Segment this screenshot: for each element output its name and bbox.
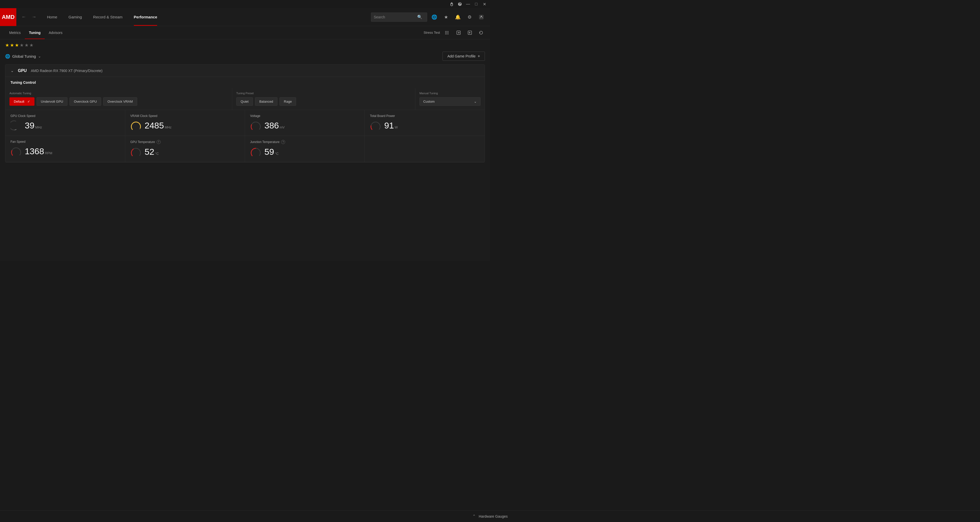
fan-speed-number: 1368RPM xyxy=(25,147,52,155)
tuning-options-row: Automatic Tuning Default ✓ Undervolt GPU… xyxy=(5,88,485,110)
gpu-clock-label: GPU Clock Speed xyxy=(11,114,120,118)
vram-clock-gauge xyxy=(130,120,142,131)
voltage-number: 386mV xyxy=(264,121,285,130)
global-tuning-selector[interactable]: 🌐 Global Tuning ⌄ xyxy=(5,54,41,59)
automatic-tuning-block: Automatic Tuning Default ✓ Undervolt GPU… xyxy=(5,88,232,110)
star-3: ★ xyxy=(15,43,19,48)
metric-fan-speed: Fan Speed 1368RPM xyxy=(5,136,125,162)
global-tuning-label: Global Tuning xyxy=(12,54,36,59)
junction-temp-value-row: 59°C xyxy=(250,146,360,157)
tuning-control-title: Tuning Control xyxy=(11,81,479,84)
gpu-temp-label: GPU Temperature ? xyxy=(130,140,240,144)
maximize-button[interactable]: □ xyxy=(473,0,480,8)
btn-rage[interactable]: Rage xyxy=(280,97,296,106)
nav-record-stream[interactable]: Record & Stream xyxy=(88,8,128,26)
btn-undervolt[interactable]: Undervolt GPU xyxy=(37,97,67,106)
back-button[interactable]: ← xyxy=(20,13,28,21)
btn-quiet[interactable]: Quiet xyxy=(236,97,253,106)
refresh-icon[interactable] xyxy=(477,29,485,36)
gpu-chevron-icon[interactable]: ⌄ xyxy=(11,68,14,73)
junction-temp-number: 59°C xyxy=(264,148,278,156)
svg-point-1 xyxy=(481,16,482,17)
sub-nav: Metrics Tuning Advisors Stress Test xyxy=(0,26,490,39)
metric-vram-clock: VRAM Clock Speed 2485MHz xyxy=(125,110,245,136)
gpu-temp-info-icon[interactable]: ? xyxy=(157,140,161,144)
board-power-gauge xyxy=(370,120,381,131)
preset-label: Tuning Preset xyxy=(236,92,411,95)
bell-icon[interactable]: 🔔 xyxy=(453,13,462,22)
star-6: ★ xyxy=(29,43,33,48)
board-power-number: 91W xyxy=(384,121,398,130)
star-4: ★ xyxy=(20,43,24,48)
tab-tuning[interactable]: Tuning xyxy=(25,26,45,39)
metrics-row-1: GPU Clock Speed 39MHz xyxy=(5,110,485,136)
add-game-profile-button[interactable]: Add Game Profile + xyxy=(442,52,485,61)
svg-point-4 xyxy=(448,32,449,33)
close-button[interactable]: ✕ xyxy=(481,0,488,8)
vram-clock-value-row: 2485MHz xyxy=(130,120,240,131)
star-icon[interactable]: ★ xyxy=(441,13,451,22)
svg-point-7 xyxy=(448,33,449,34)
gpu-temp-value-row: 52°C xyxy=(130,146,240,157)
board-power-value-row: 91W xyxy=(370,120,479,131)
import-icon[interactable] xyxy=(455,29,462,36)
tuning-preset-block: Tuning Preset Quiet Balanced Rage xyxy=(232,88,415,110)
logo[interactable]: AMD xyxy=(0,8,16,26)
add-game-plus-icon: + xyxy=(478,54,480,59)
stress-test-label: Stress Test xyxy=(423,31,440,35)
dropdown-chevron-icon: ⌄ xyxy=(474,100,477,103)
metric-board-power: Total Board Power 91W xyxy=(365,110,485,136)
forward-button[interactable]: → xyxy=(30,13,38,21)
metric-junction-temp: Junction Temperature ? 59°C xyxy=(245,136,365,162)
profile-icon[interactable] xyxy=(477,13,486,22)
search-box[interactable]: 🔍 xyxy=(371,13,427,22)
help-icon[interactable] xyxy=(456,0,463,8)
gpu-label: GPU xyxy=(18,68,27,73)
board-power-label: Total Board Power xyxy=(370,114,479,118)
nav-arrows: ← → xyxy=(16,13,41,21)
dots-icon[interactable] xyxy=(444,29,451,36)
gpu-clock-gauge xyxy=(11,120,22,131)
gpu-clock-value-row: 39MHz xyxy=(11,120,120,131)
manual-tuning-block: Manual Tuning Custom ⌄ xyxy=(415,88,485,110)
svg-point-2 xyxy=(445,32,446,33)
metric-gpu-clock: GPU Clock Speed 39MHz xyxy=(5,110,125,136)
metrics-row-2: Fan Speed 1368RPM xyxy=(5,136,485,162)
nav-gaming[interactable]: Gaming xyxy=(63,8,88,26)
svg-point-10 xyxy=(448,31,449,32)
title-bar: — □ ✕ xyxy=(0,0,490,8)
junction-temp-info-icon[interactable]: ? xyxy=(281,140,285,144)
star-5: ★ xyxy=(24,43,29,48)
tuning-dropdown-arrow: ⌄ xyxy=(38,54,41,58)
export-icon[interactable] xyxy=(466,29,474,36)
logo-text: AMD xyxy=(2,14,14,21)
custom-dropdown[interactable]: Custom ⌄ xyxy=(420,97,480,106)
fan-speed-value-row: 1368RPM xyxy=(11,146,120,157)
bug-icon[interactable] xyxy=(448,0,455,8)
search-icon: 🔍 xyxy=(417,14,422,19)
tab-advisors[interactable]: Advisors xyxy=(45,26,67,39)
main-nav: Home Gaming Record & Stream Performance xyxy=(41,8,163,26)
gpu-header: ⌄ GPU AMD Radeon RX 7900 XT (Primary/Dis… xyxy=(5,65,485,77)
fan-speed-gauge xyxy=(11,146,22,157)
gear-icon[interactable]: ⚙ xyxy=(465,13,474,22)
global-tuning-row: 🌐 Global Tuning ⌄ Add Game Profile + xyxy=(0,49,490,64)
svg-point-8 xyxy=(445,31,446,32)
tab-metrics[interactable]: Metrics xyxy=(5,26,25,39)
btn-overclock-vram[interactable]: Overclock VRAM xyxy=(103,97,137,106)
metric-voltage: Voltage 386mV xyxy=(245,110,365,136)
star-2: ★ xyxy=(10,43,14,48)
star-1: ★ xyxy=(5,43,9,48)
nav-home[interactable]: Home xyxy=(41,8,63,26)
btn-default[interactable]: Default ✓ xyxy=(10,97,35,106)
btn-overclock-gpu[interactable]: Overclock GPU xyxy=(70,97,101,106)
svg-rect-0 xyxy=(479,15,484,19)
minimize-button[interactable]: — xyxy=(465,0,472,8)
btn-balanced[interactable]: Balanced xyxy=(255,97,277,106)
svg-point-6 xyxy=(447,33,447,34)
search-input[interactable] xyxy=(374,15,417,19)
stars-row: ★ ★ ★ ★ ★ ★ xyxy=(0,39,490,49)
nav-performance[interactable]: Performance xyxy=(128,8,163,26)
globe-icon[interactable]: 🌐 xyxy=(430,13,439,22)
svg-point-3 xyxy=(447,32,447,33)
